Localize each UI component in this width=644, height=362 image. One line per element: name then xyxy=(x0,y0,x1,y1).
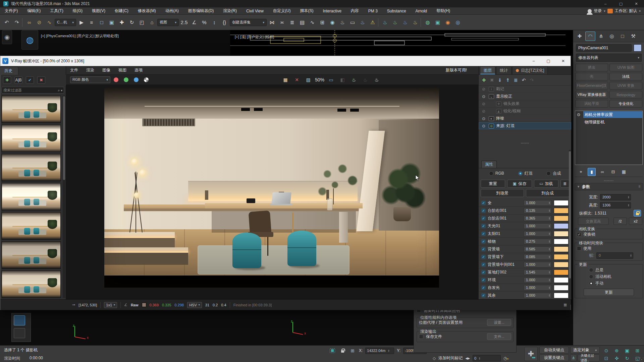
light-multiplier-spinner[interactable]: 1.000 ▲▼ xyxy=(524,200,552,206)
aspect-lock-icon[interactable] xyxy=(634,210,641,217)
minimize-button[interactable]: – xyxy=(598,0,613,7)
toolbar-button[interactable]: ♨ xyxy=(390,17,400,27)
menu-item[interactable]: Arnold xyxy=(411,7,432,15)
vfb-tool-icon[interactable]: 50% xyxy=(315,76,324,84)
toolbar-button[interactable]: ∿ xyxy=(308,17,317,27)
menu-item[interactable]: 组(G) xyxy=(68,7,87,15)
add-time-tag[interactable]: 添加时间标记 xyxy=(438,355,463,361)
output-file-button[interactable]: 文件... xyxy=(487,333,511,340)
menu-item[interactable]: Substance xyxy=(382,7,411,15)
vfb-maximize-button[interactable]: ▢ xyxy=(541,56,556,66)
to-scene-button[interactable]: 到场景 xyxy=(481,189,524,197)
toolbar-button[interactable]: ⋈ xyxy=(267,17,277,27)
light-color-swatch[interactable] xyxy=(554,239,569,244)
channel-radio[interactable]: 灯混 xyxy=(518,171,533,176)
vfb-panel-tab[interactable]: 日志[TZ汉化] xyxy=(512,66,548,74)
auto-key-button[interactable]: 自动关键点 xyxy=(539,347,569,354)
channel-radio[interactable]: 合成 xyxy=(546,171,561,176)
x-coordinate-field[interactable]: 14322.04m▲▼ xyxy=(365,348,394,354)
viewport-nav-icon[interactable]: ⊛ xyxy=(611,347,622,354)
layer-tool-icon[interactable]: ↷ xyxy=(530,77,534,83)
object-color-swatch[interactable] xyxy=(634,44,642,52)
history-thumbnail[interactable] xyxy=(2,96,61,123)
light-multiplier-spinner[interactable]: 0.585 ▲▼ xyxy=(524,246,552,252)
swap-wh-button[interactable]: 交换宽高 xyxy=(578,218,609,225)
visibility-eye-icon[interactable]: ⊙ xyxy=(575,112,582,117)
rollout-header[interactable]: ▼ 参数 ⠿ xyxy=(575,183,643,190)
set-key-button[interactable]: 设置关键点 xyxy=(539,354,569,361)
toolbar-button[interactable]: ↷ xyxy=(12,17,21,27)
lightmix-checkbox[interactable]: ✓ xyxy=(481,232,486,236)
layer-row[interactable]: ⊘ ◭ 锐化/模糊 xyxy=(479,108,571,115)
lightmix-menu-button[interactable]: ≣ xyxy=(560,180,569,188)
transform-lock-checkbox[interactable]: ✓ xyxy=(577,232,581,237)
splitter-handle[interactable]: ▪▪▪▪▪▪ xyxy=(521,141,529,145)
toolbar-button[interactable] xyxy=(378,18,380,27)
stack-tool-icon[interactable]: ▮ xyxy=(588,168,596,176)
visibility-eye-icon[interactable]: ⊘ xyxy=(481,87,487,92)
create-key-button[interactable]: ✚ xyxy=(524,347,538,361)
light-multiplier-spinner[interactable]: 1.000 ▲▼ xyxy=(524,285,552,291)
stack-tool-icon[interactable]: ∞ xyxy=(598,168,606,176)
green-channel-icon[interactable] xyxy=(124,77,128,82)
lightmix-checkbox[interactable]: ✓ xyxy=(481,286,486,290)
toolbar-button[interactable]: 视图 xyxy=(157,17,179,27)
vfb-tool-icon[interactable]: ♨ xyxy=(350,76,358,84)
light-multiplier-spinner[interactable]: 1.000 ▲▼ xyxy=(524,262,552,267)
layer-tool-icon[interactable]: ≣ xyxy=(514,77,518,83)
toolbar-button[interactable]: ▶ xyxy=(77,17,86,27)
modifier-button[interactable]: 专业优化 xyxy=(609,100,642,108)
lightmix-checkbox[interactable]: ✓ xyxy=(481,262,486,267)
vfb-title-bar[interactable]: V V-Ray 帧缓冲区 - [50.0% of 2000 x 1306] – … xyxy=(0,56,571,66)
properties-tab[interactable]: 属性 xyxy=(481,161,497,168)
modifier-button[interactable]: 涡轮平滑 xyxy=(575,100,608,108)
selection-lock-icon[interactable] xyxy=(339,347,346,354)
lightmix-row[interactable]: ✓ 自发光 1.000 ▲▼ xyxy=(479,284,571,292)
lightmix-checkbox[interactable]: ✓ xyxy=(481,278,486,282)
key-mode-icon[interactable]: ⋔ xyxy=(570,354,577,361)
light-multiplier-spinner[interactable]: 0.275 ▲▼ xyxy=(524,239,552,244)
light-multiplier-spinner[interactable]: 1.545 ▲▼ xyxy=(524,269,552,275)
vfb-tool-icon[interactable]: ▭ xyxy=(327,76,335,84)
selection-set-dropdown[interactable]: 选定对象▾ xyxy=(570,347,600,354)
alpha-channel-icon[interactable] xyxy=(144,77,149,82)
lightmix-load-button[interactable]: ▭加载 xyxy=(534,180,558,188)
light-color-swatch[interactable] xyxy=(554,246,569,252)
toolbar-button[interactable]: ≣ xyxy=(287,17,297,27)
workspace-dropdown[interactable]: 工作区: 默认 xyxy=(615,8,637,14)
toolbar-button[interactable]: ♨ xyxy=(400,17,410,27)
vfb-menu-item[interactable]: 视图 xyxy=(114,67,130,73)
width-spinner[interactable]: 2000▲▼ xyxy=(600,194,631,200)
modifier-button[interactable]: UVW 贴图 xyxy=(609,64,642,71)
toolbar-button[interactable]: ∞ xyxy=(24,17,34,27)
modifier-button[interactable]: UVW 变换 xyxy=(609,82,642,89)
menu-item[interactable]: Civil View xyxy=(241,7,268,15)
update-notice[interactable]: 新版本可用! xyxy=(446,67,467,73)
menu-item[interactable]: 工具(T) xyxy=(45,7,68,15)
menu-item[interactable]: 内容 xyxy=(346,7,364,15)
vfb-tool-icon[interactable]: ♨ xyxy=(372,76,381,84)
toolbar-button[interactable]: ◎ xyxy=(453,17,463,27)
light-color-swatch[interactable] xyxy=(554,254,569,260)
lightmix-row[interactable]: ✓ 植物 0.275 ▲▼ xyxy=(479,238,571,245)
stamp-list-icon[interactable]: ≣ xyxy=(564,302,567,307)
layer-row[interactable]: ⊘ i 戳记 xyxy=(479,85,571,93)
frame-spinner[interactable]: 0▲▼ xyxy=(596,252,633,259)
toolbar-button[interactable]: {} xyxy=(220,17,229,27)
modifier-button[interactable]: VRay 置换修改器 xyxy=(575,91,608,99)
key-filters-button[interactable]: 关键点过滤器.. xyxy=(578,354,600,361)
desktop-icon-eye[interactable]: ◉ xyxy=(2,30,12,44)
history-thumbnail[interactable] xyxy=(2,212,61,240)
double-button[interactable]: x2 xyxy=(629,218,642,225)
toolbar-button[interactable] xyxy=(22,18,24,27)
menu-item[interactable]: PM 3 xyxy=(364,7,382,15)
update-radio[interactable]: 手动 xyxy=(577,280,641,287)
toolbar-button[interactable] xyxy=(421,18,422,27)
light-color-swatch[interactable] xyxy=(554,216,569,221)
save-file-checkbox[interactable] xyxy=(419,335,423,339)
vfb-menu-item[interactable]: 选项 xyxy=(130,67,147,73)
vfb-panel-tab[interactable]: 图层 xyxy=(480,66,495,74)
lightmix-row[interactable]: ✓ 天光01 1.000 ▲▼ xyxy=(479,222,571,230)
viewport-nav-icon[interactable]: ⊙ xyxy=(601,347,611,354)
history-thumbnail[interactable] xyxy=(2,241,61,269)
